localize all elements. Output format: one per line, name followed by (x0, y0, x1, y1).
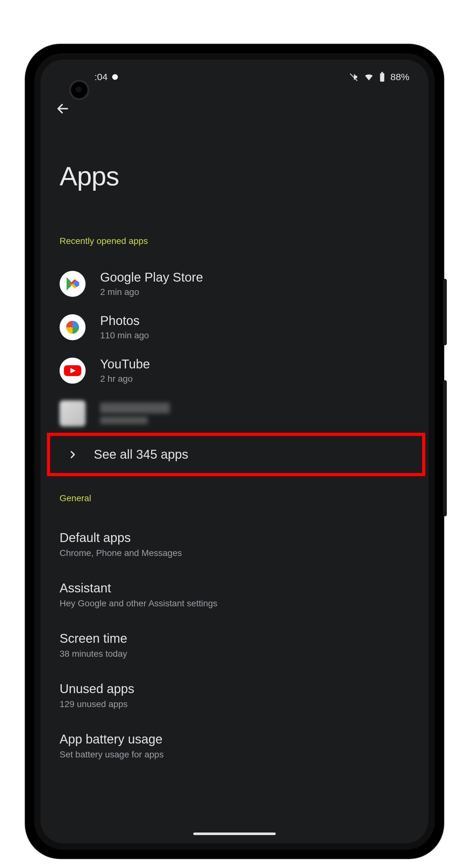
app-row-play-store[interactable]: Google Play Store 2 min ago (60, 262, 409, 305)
content: Apps Recently opened apps Google Play St… (40, 161, 429, 771)
app-sub: 2 min ago (100, 287, 203, 297)
back-button[interactable] (53, 99, 72, 118)
setting-sub: Hey Google and other Assistant settings (60, 598, 409, 609)
svg-rect-1 (381, 72, 383, 73)
battery-icon (379, 72, 385, 82)
setting-sub: 129 unused apps (60, 699, 409, 709)
setting-unused-apps[interactable]: Unused apps 129 unused apps (60, 670, 409, 721)
setting-title: Screen time (60, 631, 409, 646)
app-row-photos[interactable]: Photos 110 min ago (60, 305, 409, 349)
see-all-label: See all 345 apps (94, 447, 188, 462)
play-store-icon (60, 271, 86, 297)
app-name: Google Play Store (100, 270, 203, 284)
setting-screen-time[interactable]: Screen time 38 minutes today (60, 620, 409, 670)
toolbar (40, 94, 429, 123)
setting-sub: 38 minutes today (60, 649, 409, 659)
arrow-left-icon (56, 102, 70, 116)
see-all-apps[interactable]: See all 345 apps (60, 435, 409, 474)
app-row-blurred[interactable] (60, 392, 409, 435)
setting-app-battery-usage[interactable]: App battery usage Set battery usage for … (60, 721, 409, 771)
blurred-app-icon (60, 400, 86, 426)
setting-default-apps[interactable]: Default apps Chrome, Phone and Messages (60, 519, 409, 569)
app-name (100, 403, 170, 413)
wifi-icon (364, 72, 374, 82)
app-row-youtube[interactable]: YouTube 2 hr ago (60, 349, 409, 392)
status-left: :04 (94, 71, 118, 82)
status-bar: :04 88% (40, 60, 429, 94)
setting-title: Default apps (60, 531, 409, 545)
svg-rect-0 (380, 73, 384, 82)
screen: :04 88% (40, 60, 429, 843)
phone-frame: :04 88% (25, 44, 444, 859)
google-photos-icon (60, 314, 86, 340)
app-sub (100, 416, 148, 424)
chevron-right-icon (66, 448, 79, 461)
section-label-recent: Recently opened apps (60, 236, 409, 246)
status-time: :04 (94, 71, 108, 82)
page-title: Apps (60, 161, 409, 192)
status-right: 88% (349, 71, 409, 82)
app-sub: 110 min ago (100, 331, 149, 341)
phone-bezel: :04 88% (34, 53, 435, 849)
section-label-general: General (60, 493, 409, 503)
setting-title: App battery usage (60, 732, 409, 746)
setting-title: Assistant (60, 581, 409, 595)
setting-sub: Chrome, Phone and Messages (60, 548, 409, 558)
youtube-icon (60, 358, 86, 384)
battery-percent: 88% (390, 71, 409, 82)
power-button[interactable] (443, 380, 447, 516)
front-camera (69, 80, 89, 100)
mute-icon (349, 72, 359, 82)
setting-title: Unused apps (60, 682, 409, 696)
setting-assistant[interactable]: Assistant Hey Google and other Assistant… (60, 569, 409, 620)
home-indicator[interactable] (193, 833, 276, 835)
app-name: Photos (100, 314, 149, 328)
app-sub: 2 hr ago (100, 374, 150, 384)
status-dot-icon (112, 74, 118, 80)
app-name: YouTube (100, 357, 150, 371)
volume-button[interactable] (443, 279, 447, 345)
setting-sub: Set battery usage for apps (60, 749, 409, 760)
